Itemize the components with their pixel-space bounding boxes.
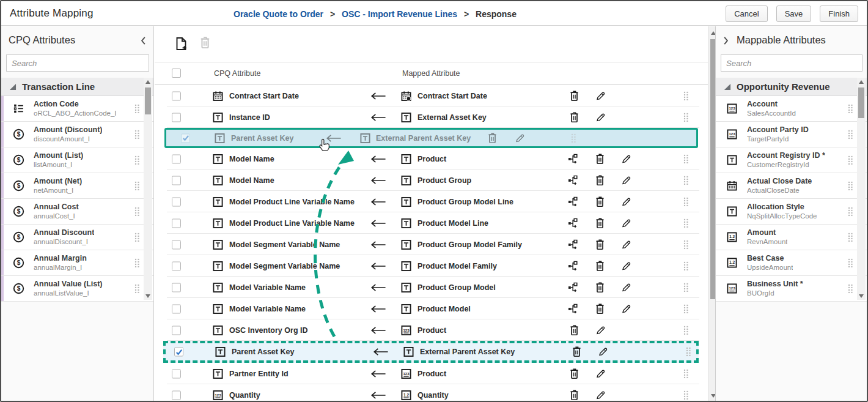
row-drag-handle-icon[interactable] bbox=[683, 326, 689, 335]
scroll-up-icon[interactable] bbox=[144, 78, 152, 86]
drag-handle-icon[interactable] bbox=[134, 258, 140, 270]
row-drag-handle-icon[interactable] bbox=[683, 369, 689, 379]
drag-handle-icon[interactable] bbox=[134, 284, 140, 296]
cancel-button[interactable]: Cancel bbox=[726, 6, 767, 22]
attribute-list-item[interactable]: 123 Account SalesAccountId bbox=[716, 96, 867, 122]
drag-handle-icon[interactable] bbox=[848, 233, 853, 245]
add-mapping-row-icon[interactable] bbox=[174, 37, 189, 54]
mapping-row[interactable]: Model Product Line Variable NameProduct … bbox=[155, 212, 708, 234]
drag-handle-icon[interactable] bbox=[848, 207, 853, 219]
mapping-row[interactable]: Model Variable NameProduct Group Model bbox=[155, 277, 708, 298]
edit-mapping-icon[interactable] bbox=[621, 196, 631, 207]
edit-mapping-icon[interactable] bbox=[598, 347, 608, 357]
breadcrumb-link-import-revenue-lines[interactable]: OSC - Import Revenue Lines bbox=[342, 9, 457, 19]
delete-mapping-icon[interactable] bbox=[595, 282, 605, 293]
row-checkbox[interactable] bbox=[172, 369, 181, 378]
row-drag-handle-icon[interactable] bbox=[683, 91, 689, 101]
row-checkbox[interactable] bbox=[172, 154, 181, 163]
row-drag-handle-icon[interactable] bbox=[683, 197, 689, 207]
row-drag-handle-icon[interactable] bbox=[683, 283, 689, 292]
attribute-list-item[interactable]: Actual Close Date ActualCloseDate bbox=[716, 173, 867, 199]
conditional-mapping-icon[interactable] bbox=[568, 282, 578, 292]
row-drag-handle-icon[interactable] bbox=[683, 113, 689, 122]
row-checkbox[interactable] bbox=[172, 304, 181, 313]
drag-handle-icon[interactable] bbox=[848, 284, 853, 296]
edit-mapping-icon[interactable] bbox=[621, 303, 631, 314]
attribute-list-item[interactable]: $ Annual Cost annualCost_I bbox=[1, 199, 153, 225]
edit-mapping-icon[interactable] bbox=[595, 368, 606, 379]
row-checkbox[interactable] bbox=[172, 261, 181, 270]
attribute-list-item[interactable]: $ Amount (List) listAmount_I bbox=[1, 147, 153, 173]
attribute-list-item[interactable]: $ Annual Value (List) annualListValue_I bbox=[1, 276, 153, 302]
mapping-row[interactable]: 123Quantity1.2Quantity bbox=[155, 384, 708, 402]
mapping-row[interactable]: Model Product Line Variable NameProduct … bbox=[155, 191, 708, 212]
scroll-down-icon[interactable] bbox=[144, 292, 152, 300]
conditional-mapping-icon[interactable] bbox=[568, 239, 578, 250]
edit-mapping-icon[interactable] bbox=[621, 282, 631, 292]
mappable-search-input[interactable] bbox=[721, 54, 862, 72]
attribute-list-item[interactable]: $ Annual Margin annualMargin_I bbox=[1, 250, 153, 276]
delete-mapping-icon[interactable] bbox=[595, 239, 605, 250]
attribute-list-item[interactable]: $ Amount (Net) netAmount_I bbox=[1, 173, 153, 199]
edit-mapping-icon[interactable] bbox=[621, 175, 631, 185]
edit-mapping-icon[interactable] bbox=[621, 261, 631, 271]
transaction-line-section-header[interactable]: Transaction Line bbox=[1, 78, 153, 96]
drag-handle-icon[interactable] bbox=[848, 181, 853, 193]
row-drag-handle-icon[interactable] bbox=[571, 133, 576, 143]
delete-mapping-icon[interactable] bbox=[595, 196, 605, 207]
row-checkbox[interactable] bbox=[172, 283, 181, 292]
drag-handle-icon[interactable] bbox=[848, 104, 853, 116]
scrollbar-thumb[interactable] bbox=[145, 87, 151, 114]
row-checkbox[interactable] bbox=[172, 91, 181, 100]
row-checkbox[interactable] bbox=[172, 113, 181, 122]
drag-handle-icon[interactable] bbox=[134, 155, 140, 168]
delete-mapping-icon[interactable] bbox=[569, 112, 579, 123]
row-checkbox[interactable] bbox=[172, 240, 181, 249]
conditional-mapping-icon[interactable] bbox=[568, 175, 578, 185]
drag-handle-icon[interactable] bbox=[134, 130, 140, 142]
delete-mapping-icon[interactable] bbox=[569, 368, 579, 379]
scroll-up-icon[interactable] bbox=[857, 78, 866, 86]
conditional-mapping-icon[interactable] bbox=[568, 196, 578, 207]
delete-mapping-icon[interactable] bbox=[595, 218, 605, 229]
drag-handle-icon[interactable] bbox=[848, 258, 853, 270]
mapping-row[interactable]: Model Variable NameProduct Model bbox=[155, 298, 708, 319]
cpq-search-input[interactable] bbox=[6, 54, 149, 72]
dragged-row[interactable]: Parent Asset KeyExternal Parent Asset Ke… bbox=[164, 128, 698, 148]
row-checkbox[interactable] bbox=[172, 197, 181, 206]
drag-handle-icon[interactable] bbox=[134, 104, 140, 116]
select-all-checkbox[interactable] bbox=[172, 69, 181, 78]
mapping-row[interactable]: Model Segment Variable NameProduct Model… bbox=[155, 255, 708, 277]
row-drag-handle-icon[interactable] bbox=[686, 347, 691, 357]
mapping-row[interactable]: Instance IDExternal Asset Key bbox=[155, 106, 708, 128]
breadcrumb-link-quote-to-order[interactable]: Oracle Quote to Order bbox=[234, 9, 323, 19]
opportunity-revenue-section-header[interactable]: Opportunity Revenue bbox=[716, 78, 867, 96]
attribute-list-item[interactable]: 123 Account Party ID TargetPartyId bbox=[716, 122, 867, 147]
delete-mapping-icon[interactable] bbox=[595, 154, 605, 165]
drag-handle-icon[interactable] bbox=[134, 233, 140, 245]
collapse-panel-icon[interactable] bbox=[140, 36, 146, 48]
row-drag-handle-icon[interactable] bbox=[683, 154, 689, 164]
mapping-row[interactable]: Model NameProduct Group bbox=[155, 169, 708, 191]
row-drag-handle-icon[interactable] bbox=[683, 218, 689, 228]
row-drag-handle-icon[interactable] bbox=[683, 304, 689, 314]
edit-mapping-icon[interactable] bbox=[595, 112, 606, 122]
conditional-mapping-icon[interactable] bbox=[568, 303, 578, 314]
edit-mapping-icon[interactable] bbox=[595, 91, 606, 101]
row-checkbox[interactable] bbox=[172, 326, 181, 335]
attribute-list-item[interactable]: $ Annual Discount annualDiscount_I bbox=[1, 225, 153, 250]
delete-mapping-icon[interactable] bbox=[487, 133, 498, 144]
edit-mapping-icon[interactable] bbox=[515, 133, 525, 143]
row-checkbox[interactable] bbox=[172, 218, 181, 228]
expand-panel-icon[interactable] bbox=[723, 36, 729, 48]
edit-mapping-icon[interactable] bbox=[621, 154, 631, 164]
attribute-list-item[interactable]: Account Registry ID * CustomerRegistryId bbox=[716, 147, 867, 173]
delete-mapping-icon[interactable] bbox=[595, 261, 605, 272]
row-drag-handle-icon[interactable] bbox=[683, 261, 689, 271]
attribute-list-item[interactable]: 1.2 Best Case UpsideAmount bbox=[716, 250, 867, 276]
attribute-list-item[interactable]: Allocation Style NqSplitAllocTypeCode bbox=[716, 199, 867, 225]
drop-target-row[interactable]: Parent Asset KeyExternal Parent Asset Ke… bbox=[163, 341, 699, 363]
mapping-row[interactable]: Model NameProduct bbox=[155, 148, 708, 169]
cpq-list-scrollbar[interactable] bbox=[144, 78, 152, 300]
row-drag-handle-icon[interactable] bbox=[683, 240, 689, 250]
